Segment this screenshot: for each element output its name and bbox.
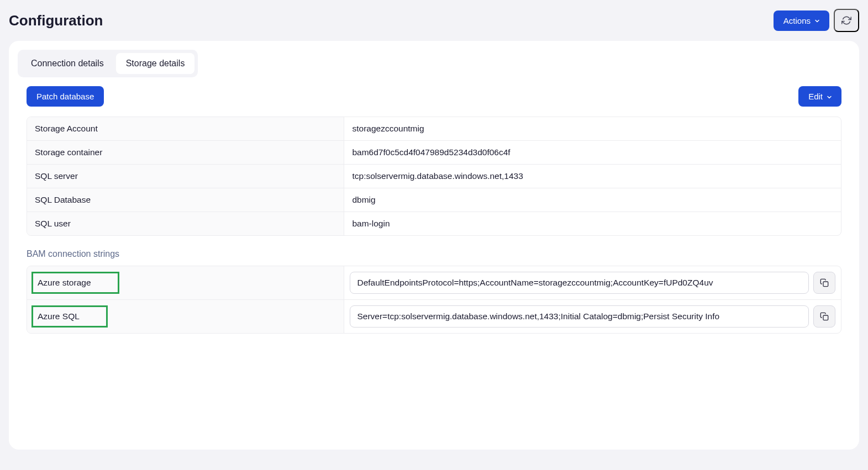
chevron-down-icon: [814, 18, 819, 23]
refresh-icon: [841, 15, 851, 25]
row-label: Storage Account: [27, 117, 344, 140]
chevron-down-icon: [826, 94, 832, 99]
azure-sql-connection-input[interactable]: [350, 305, 809, 328]
row-value: storagezccountmig: [344, 117, 841, 140]
connection-strings-heading: BAM connection strings: [9, 236, 859, 266]
copy-icon: [820, 312, 829, 321]
patch-database-button[interactable]: Patch database: [27, 86, 104, 107]
row-label: SQL server: [27, 165, 344, 188]
edit-button[interactable]: Edit: [798, 86, 841, 107]
tab-storage-details[interactable]: Storage details: [116, 53, 195, 74]
row-value: tcp:solservermig.database.windows.net,14…: [344, 165, 841, 188]
page-title: Configuration: [9, 12, 103, 29]
svg-rect-1: [823, 315, 828, 320]
storage-details-table: Storage Account storagezccountmig Storag…: [27, 117, 841, 236]
conn-label-highlight: Azure SQL: [31, 305, 108, 328]
header-actions: Actions: [774, 9, 859, 32]
tab-connection-details[interactable]: Connection details: [21, 53, 114, 74]
conn-label-highlight: Azure storage: [31, 272, 119, 294]
conn-value-cell: [344, 300, 841, 333]
row-value: bam-login: [344, 212, 841, 235]
page-header: Configuration Actions: [0, 0, 868, 36]
edit-button-label: Edit: [808, 92, 823, 101]
table-row: Storage container bam6d7f0c5cd4f047989d5…: [27, 141, 841, 165]
azure-storage-connection-input[interactable]: [350, 272, 809, 294]
config-card: Connection details Storage details Patch…: [9, 41, 859, 450]
actions-button[interactable]: Actions: [774, 10, 829, 31]
table-row: Storage Account storagezccountmig: [27, 117, 841, 141]
copy-icon: [820, 278, 829, 287]
conn-label-cell: Azure storage: [27, 266, 344, 299]
row-value: dbmig: [344, 188, 841, 212]
conn-row-azure-storage: Azure storage: [27, 266, 841, 300]
table-row: SQL Database dbmig: [27, 188, 841, 212]
row-value: bam6d7f0c5cd4f047989d5234d3d0f06c4f: [344, 141, 841, 164]
copy-azure-sql-button[interactable]: [813, 305, 835, 328]
refresh-button[interactable]: [834, 9, 859, 32]
connection-strings-table: Azure storage Azure SQL: [27, 266, 841, 334]
row-label: SQL user: [27, 212, 344, 235]
conn-label-cell: Azure SQL: [27, 300, 344, 333]
table-row: SQL user bam-login: [27, 212, 841, 235]
table-row: SQL server tcp:solservermig.database.win…: [27, 165, 841, 188]
svg-rect-0: [823, 282, 828, 287]
tab-bar: Connection details Storage details: [18, 50, 198, 77]
copy-azure-storage-button[interactable]: [813, 272, 835, 294]
conn-value-cell: [344, 266, 841, 299]
actions-button-label: Actions: [783, 16, 811, 25]
action-row: Patch database Edit: [9, 86, 859, 117]
row-label: SQL Database: [27, 188, 344, 212]
row-label: Storage container: [27, 141, 344, 164]
conn-row-azure-sql: Azure SQL: [27, 300, 841, 333]
